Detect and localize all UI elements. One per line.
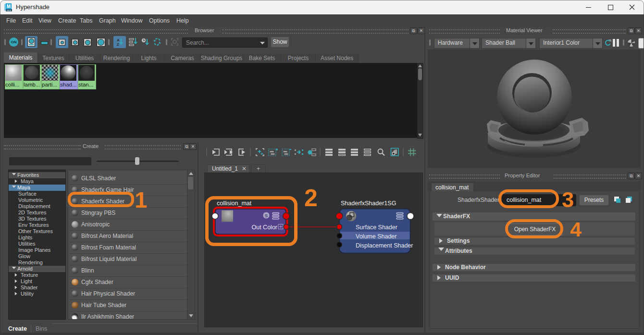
svg-text:MAYA: MAYA: [7, 10, 12, 12]
svg-text:Volume Shader: Volume Shader: [356, 233, 396, 240]
svg-text:Z: Z: [117, 42, 119, 47]
svg-text:A: A: [117, 38, 120, 42]
svg-text:Surface Shader: Surface Shader: [356, 224, 397, 231]
svg-text:Displacement Shader: Displacement Shader: [356, 242, 413, 249]
svg-text:ShaderfxShader1SG: ShaderfxShader1SG: [341, 200, 396, 207]
svg-text:M: M: [7, 4, 11, 9]
